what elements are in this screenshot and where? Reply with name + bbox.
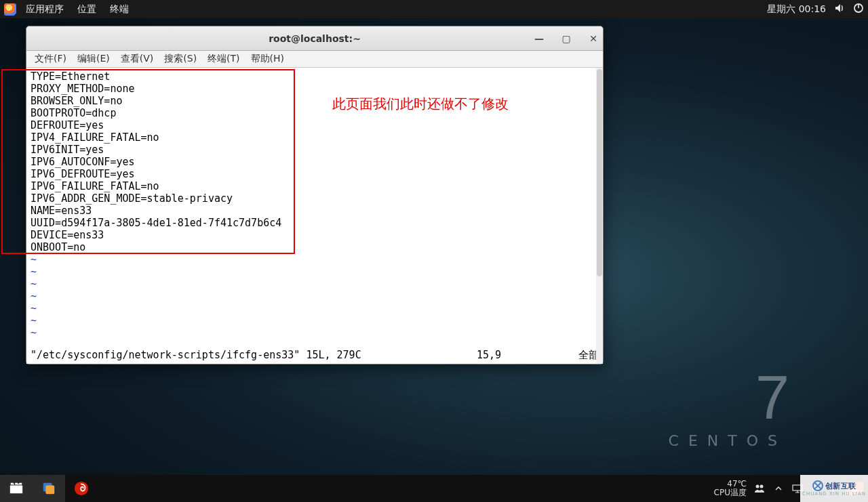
host-taskbar: 47℃ CPU温度 中 S [0,475,868,502]
vi-tilde-row: ~ [31,266,599,278]
menu-search[interactable]: 搜索(S) [159,53,202,65]
applications-icon [4,3,16,16]
taskbar-app-netease-music[interactable] [65,475,98,502]
annotation-text: 此页面我们此时还做不了修改 [332,95,509,113]
image-watermark: 创新互联 CHUANG XIN HU LIAN [800,475,868,502]
menu-help[interactable]: 帮助(H) [245,53,290,65]
scrollbar-thumb[interactable] [597,69,602,276]
menu-file[interactable]: 文件(F) [29,53,72,65]
terminal-scrollbar[interactable] [596,68,603,364]
status-position: 15,9 [477,349,558,362]
centos-name: CENTOS [669,432,787,449]
vi-status-line: "/etc/sysconfig/network-scripts/ifcfg-en… [31,349,599,362]
taskbar-app-vmware[interactable] [33,475,65,502]
terminal-content: TYPE=Ethernet PROXY_METHOD=none BROWSER_… [26,68,603,341]
close-button[interactable]: ✕ [588,33,599,44]
watermark-cn: 创新互联 [825,481,856,491]
menu-edit[interactable]: 编辑(E) [72,53,115,65]
minimize-button[interactable]: — [534,33,545,44]
vi-tilde-row: ~ [31,290,599,302]
gnome-top-bar: 应用程序 位置 终端 星期六 00:16 [0,0,868,18]
vi-tilde-row: ~ [31,314,599,327]
terminal-window: root@localhost:~ — ▢ ✕ 文件(F) 编辑(E) 查看(V)… [26,26,604,364]
centos-branding: 7 CENTOS [669,371,787,449]
svg-point-6 [756,485,760,488]
svg-rect-2 [10,485,22,493]
svg-point-7 [760,485,764,488]
menu-applications[interactable]: 应用程序 [19,3,71,16]
maximize-button[interactable]: ▢ [561,33,572,44]
vi-tilde-row: ~ [31,302,599,314]
cpu-temp-widget[interactable]: 47℃ CPU温度 [714,480,747,497]
chevron-up-icon[interactable] [772,482,785,495]
menu-terminal-app[interactable]: 终端 [103,3,136,16]
window-titlebar[interactable]: root@localhost:~ — ▢ ✕ [26,26,603,51]
watermark-en: CHUANG XIN HU LIAN [802,491,866,497]
taskbar-app-video[interactable] [0,475,33,502]
window-title: root@localhost:~ [269,33,361,44]
vi-tilde-row: ~ [31,278,599,290]
menu-places[interactable]: 位置 [71,3,103,16]
status-path: "/etc/sysconfig/network-scripts/ifcfg-en… [31,349,361,362]
menu-terminal[interactable]: 终端(T) [202,53,245,65]
terminal-menubar: 文件(F) 编辑(E) 查看(V) 搜索(S) 终端(T) 帮助(H) [26,51,603,68]
clock[interactable]: 星期六 00:16 [767,3,826,16]
power-icon[interactable] [853,3,864,16]
status-percent: 全部 [558,349,599,362]
terminal-viewport[interactable]: TYPE=Ethernet PROXY_METHOD=none BROWSER_… [26,68,603,364]
vi-tilde-row: ~ [31,327,599,339]
vi-tilde-row: ~ [31,253,599,266]
people-icon[interactable] [753,482,766,495]
svg-rect-1 [858,3,859,8]
volume-icon[interactable] [834,3,845,16]
centos-version: 7 [669,371,787,425]
svg-rect-4 [45,485,54,494]
menu-view[interactable]: 查看(V) [115,53,159,65]
cpu-temp-label: CPU温度 [714,488,747,497]
